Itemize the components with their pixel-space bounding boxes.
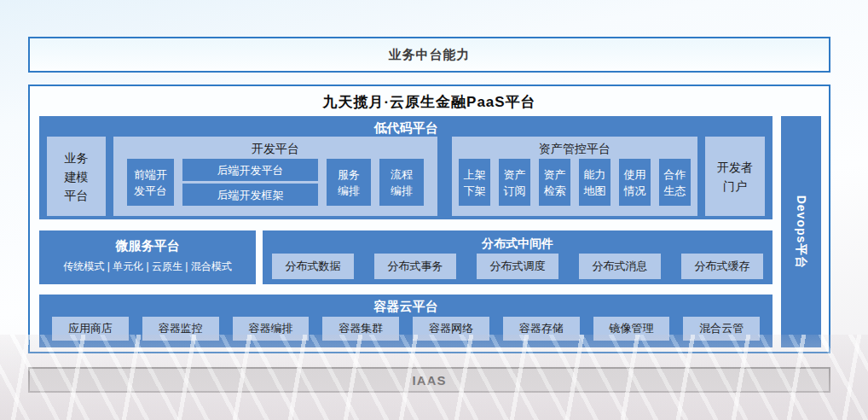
microservice-title: 微服务平台 [39, 238, 256, 254]
developer-portal-box: 开发者 门户 [705, 137, 765, 216]
asset-item: 资产 订阅 [499, 159, 530, 206]
lowcode-platform-title: 低代码平台 [39, 116, 773, 137]
middleware-boxes: 分布式数据 分布式事务 分布式调度 分布式消息 分布式缓存 [263, 254, 773, 279]
platform-title: 九天揽月·云原生金融PaaS平台 [30, 86, 829, 114]
middleware-item: 分布式调度 [477, 254, 558, 279]
business-modeling-box: 业务 建模 平台 [47, 137, 106, 216]
dev-platform-panel: 开发平台 前端开 发平台 后端开发平台 后端开发框架 服务 编排 流程 编排 [113, 137, 437, 216]
process-orchestration-box: 流程 编排 [379, 159, 424, 206]
iaas-label: IAAS [413, 373, 447, 388]
middleware-section: 分布式中间件 分布式数据 分布式事务 分布式调度 分布式消息 分布式缓存 [263, 230, 773, 284]
backend-dev-platform-box: 后端开发平台 [182, 159, 318, 181]
devops-platform-bar: Devops平台 [781, 116, 821, 347]
asset-control-panel: 资产管控平台 上架 下架 资产 订阅 资产 检索 能力 地图 使用 情况 合作 … [452, 137, 697, 216]
asset-control-boxes: 上架 下架 资产 订阅 资产 检索 能力 地图 使用 情况 合作 生态 [452, 159, 697, 206]
iaas-bar: IAAS [28, 367, 830, 393]
platform-content: 低代码平台 业务 建模 平台 开发平台 前端开 发平台 后端开发平台 后端开发框… [39, 116, 821, 347]
middleware-item: 分布式事务 [374, 254, 456, 279]
middleware-item: 分布式数据 [272, 254, 354, 279]
middleware-item: 分布式消息 [579, 254, 661, 279]
business-middle-platform-banner: 业务中台能力 [28, 37, 830, 73]
frontend-dev-box: 前端开 发平台 [127, 159, 174, 206]
container-cloud-item: 容器监控 [142, 317, 219, 341]
microservice-modes: 传统模式 | 单元化 | 云原生 | 混合模式 [39, 260, 256, 274]
asset-item: 使用 情况 [619, 159, 651, 206]
platform-rows: 低代码平台 业务 建模 平台 开发平台 前端开 发平台 后端开发平台 后端开发框… [39, 116, 773, 347]
lowcode-platform-body: 业务 建模 平台 开发平台 前端开 发平台 后端开发平台 后端开发框架 服务 编… [39, 137, 773, 216]
paas-platform-panel: 九天揽月·云原生金融PaaS平台 低代码平台 业务 建模 平台 开发平台 前端开… [28, 85, 830, 353]
container-cloud-item: 容器集群 [322, 317, 399, 341]
container-cloud-item: 容器编排 [233, 317, 310, 341]
middleware-item: 分布式缓存 [681, 254, 763, 279]
asset-item: 能力 地图 [579, 159, 610, 206]
middleware-title: 分布式中间件 [263, 230, 773, 254]
backend-dev-framework-box: 后端开发框架 [182, 184, 318, 206]
container-cloud-item: 镜像管理 [593, 317, 670, 341]
dev-platform-title: 开发平台 [113, 137, 437, 159]
service-orchestration-box: 服务 编排 [327, 159, 371, 206]
container-cloud-item: 容器存储 [503, 317, 580, 341]
dev-platform-boxes: 前端开 发平台 后端开发平台 后端开发框架 服务 编排 流程 编排 [113, 159, 437, 206]
business-middle-platform-label: 业务中台能力 [389, 47, 471, 63]
container-cloud-section: 容器云平台 应用商店 容器监控 容器编排 容器集群 容器网络 容器存储 镜像管理… [39, 295, 773, 347]
container-cloud-title: 容器云平台 [39, 295, 773, 317]
lowcode-platform-section: 低代码平台 业务 建模 平台 开发平台 前端开 发平台 后端开发平台 后端开发框… [39, 116, 773, 219]
container-cloud-item: 容器网络 [413, 317, 489, 341]
middle-row: 微服务平台 传统模式 | 单元化 | 云原生 | 混合模式 分布式中间件 分布式… [39, 230, 773, 284]
microservice-platform-box: 微服务平台 传统模式 | 单元化 | 云原生 | 混合模式 [39, 230, 256, 284]
devops-platform-label: Devops平台 [794, 195, 809, 269]
container-cloud-item: 应用商店 [52, 317, 129, 341]
asset-control-title: 资产管控平台 [452, 137, 697, 159]
container-cloud-boxes: 应用商店 容器监控 容器编排 容器集群 容器网络 容器存储 镜像管理 混合云管 [39, 317, 773, 341]
asset-item: 上架 下架 [459, 159, 490, 206]
asset-item: 合作 生态 [659, 159, 691, 206]
architecture-diagram: 业务中台能力 九天揽月·云原生金融PaaS平台 低代码平台 业务 建模 平台 开… [0, 0, 868, 420]
backend-stack: 后端开发平台 后端开发框架 [182, 159, 318, 206]
asset-item: 资产 检索 [539, 159, 570, 206]
container-cloud-item: 混合云管 [683, 317, 760, 341]
